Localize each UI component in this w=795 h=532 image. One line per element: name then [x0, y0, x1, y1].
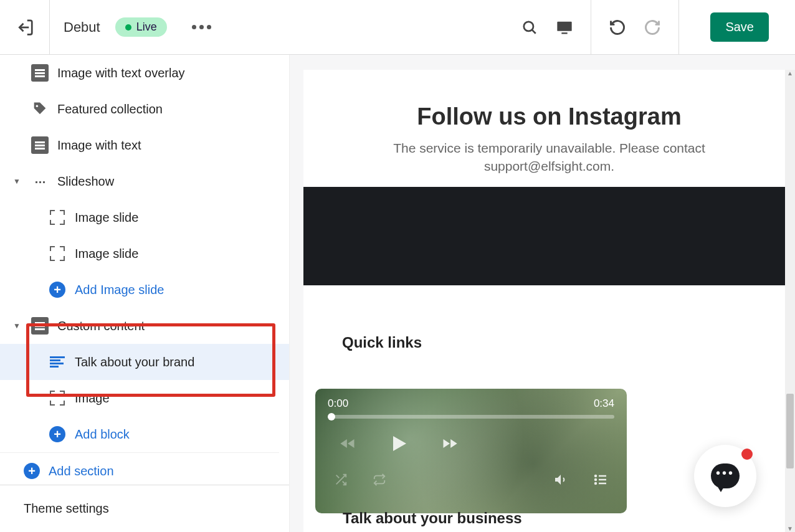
topbar: Debut Live Save — [0, 0, 795, 55]
section-label: Custom content — [57, 319, 145, 333]
block-talk-about-brand[interactable]: Talk about your brand — [0, 344, 289, 380]
section-slideshow[interactable]: ▼ Slideshow — [0, 163, 289, 199]
play-button[interactable] — [388, 432, 410, 455]
svg-rect-3 — [558, 21, 572, 31]
redo-button[interactable] — [644, 19, 661, 36]
section-image-text-overlay[interactable]: Image with text overlay — [0, 55, 289, 91]
tag-icon — [31, 100, 49, 118]
svg-point-5 — [36, 105, 39, 108]
viewport-button[interactable] — [556, 19, 573, 36]
theme-settings-button[interactable]: Theme settings — [0, 485, 289, 532]
add-block-button[interactable]: + Add block — [0, 416, 289, 452]
text-block-icon — [31, 64, 49, 82]
video-duration: 0:34 — [594, 397, 614, 410]
svg-point-1 — [524, 21, 533, 31]
undo-button[interactable] — [609, 19, 626, 36]
plus-icon: + — [49, 282, 65, 298]
redo-icon — [644, 18, 661, 37]
video-seekbar[interactable] — [328, 415, 614, 419]
preview-quick-links-heading: Quick links — [303, 285, 795, 351]
caret-down-icon: ▼ — [11, 321, 22, 330]
preview-scrollbar[interactable] — [785, 70, 795, 532]
section-label: Image with text overlay — [57, 66, 185, 80]
preview-subtext: The service is temporarily unavailable. … — [303, 139, 795, 176]
frame-icon — [50, 210, 65, 225]
svg-line-2 — [533, 30, 536, 34]
theme-settings-label: Theme settings — [24, 501, 109, 515]
live-badge: Live — [115, 17, 167, 37]
plus-icon: + — [49, 426, 65, 442]
rewind-button[interactable] — [338, 435, 358, 452]
undo-icon — [609, 18, 626, 37]
svg-point-8 — [595, 483, 596, 484]
sidebar: Image with text overlay Featured collect… — [0, 55, 290, 532]
more-menu-button[interactable] — [192, 25, 211, 29]
live-dot-icon — [125, 24, 131, 31]
plus-icon: + — [24, 463, 40, 479]
svg-rect-4 — [562, 32, 568, 34]
block-image-slide-2[interactable]: Image slide — [0, 235, 289, 272]
volume-button[interactable] — [553, 472, 568, 487]
playlist-button[interactable] — [593, 472, 608, 487]
forward-button[interactable] — [440, 435, 460, 452]
video-player[interactable]: 0:00 0:34 — [315, 389, 627, 513]
block-label: Image slide — [75, 211, 138, 225]
topbar-title-area: Debut Live — [50, 17, 503, 37]
chat-icon — [711, 463, 740, 488]
svg-point-6 — [595, 475, 596, 477]
save-button[interactable]: Save — [710, 12, 769, 42]
text-block-icon — [31, 317, 49, 335]
svg-point-7 — [595, 479, 596, 480]
live-badge-label: Live — [136, 21, 157, 34]
block-image-slide-1[interactable]: Image slide — [0, 199, 289, 235]
add-section-label: Add section — [49, 464, 114, 478]
block-label: Image slide — [75, 247, 138, 261]
frame-icon — [50, 246, 65, 261]
add-section-button[interactable]: + Add section — [0, 452, 279, 485]
section-custom-content[interactable]: ▼ Custom content — [0, 308, 289, 344]
theme-name: Debut — [64, 19, 100, 36]
caret-down-icon: ▼ — [11, 177, 22, 186]
text-block-icon — [31, 136, 49, 154]
section-featured-collection[interactable]: Featured collection — [0, 91, 289, 127]
add-image-slide-button[interactable]: + Add Image slide — [0, 272, 289, 308]
section-label: Image with text — [57, 138, 141, 153]
section-image-with-text[interactable]: Image with text — [0, 127, 289, 163]
exit-icon — [16, 18, 34, 37]
shuffle-button[interactable] — [334, 473, 348, 487]
section-label: Slideshow — [57, 174, 114, 189]
exit-button[interactable] — [0, 0, 50, 55]
topbar-actions: Save — [503, 0, 795, 54]
desktop-icon — [556, 18, 573, 37]
block-label: Talk about your brand — [75, 355, 194, 369]
sidebar-scroll[interactable]: Image with text overlay Featured collect… — [0, 55, 289, 485]
preview-dark-band — [303, 187, 795, 285]
search-button[interactable] — [521, 19, 538, 36]
block-label: Image — [75, 391, 110, 406]
add-link-label: Add block — [75, 427, 130, 442]
add-link-label: Add Image slide — [75, 283, 164, 297]
chat-widget-button[interactable] — [694, 445, 756, 507]
search-icon — [521, 19, 538, 36]
video-current-time: 0:00 — [328, 397, 348, 410]
text-icon — [50, 356, 65, 368]
block-image[interactable]: Image — [0, 380, 289, 416]
preview-heading: Follow us on Instagram — [303, 70, 795, 139]
section-label: Featured collection — [57, 102, 163, 116]
repeat-button[interactable] — [373, 473, 386, 487]
frame-icon — [50, 391, 65, 406]
